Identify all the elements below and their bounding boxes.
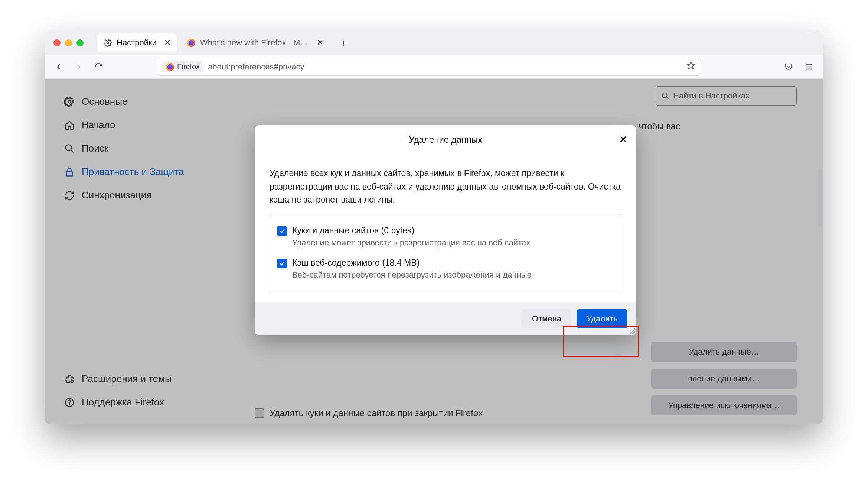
dialog-header: Удаление данных ✕ <box>255 125 636 154</box>
dialog-body-text: Удаление всех кук и данных сайтов, храни… <box>255 154 636 214</box>
url-text: about:preferences#privacy <box>208 62 304 72</box>
tab-label: What's new with Firefox - More priva <box>200 38 309 48</box>
close-icon[interactable]: ✕ <box>617 133 629 145</box>
content-area: Основные Начало Поиск Приватность и Защи… <box>45 79 823 424</box>
identity-badge[interactable]: Firefox <box>162 61 203 72</box>
checkbox-checked-icon[interactable] <box>277 259 287 268</box>
svg-point-0 <box>107 42 109 44</box>
save-to-pocket-icon[interactable] <box>782 60 795 74</box>
cache-checkbox-row[interactable]: Кэш веб-содержимого (18.4 MB) Веб-сайтам… <box>277 254 614 287</box>
scrollbar-thumb[interactable] <box>818 168 822 227</box>
option-subtitle: Удаление может привести к разрегистрации… <box>292 238 530 247</box>
dialog-title: Удаление данных <box>409 135 482 145</box>
cancel-button[interactable]: Отмена <box>522 309 571 328</box>
back-button[interactable] <box>52 60 65 74</box>
new-tab-button[interactable]: ＋ <box>333 36 354 50</box>
firefox-icon <box>187 38 196 47</box>
gear-icon <box>103 38 112 47</box>
close-window-button[interactable] <box>53 39 61 46</box>
reload-button[interactable] <box>92 60 105 74</box>
cookies-checkbox-row[interactable]: Куки и данные сайтов (0 bytes) Удаление … <box>277 222 614 254</box>
dialog-options: Куки и данные сайтов (0 bytes) Удаление … <box>270 214 621 294</box>
firefox-icon <box>166 63 174 71</box>
option-title: Куки и данные сайтов (0 bytes) <box>292 226 530 236</box>
identity-label: Firefox <box>177 62 200 71</box>
bookmark-star-icon[interactable] <box>686 61 695 72</box>
option-title: Кэш веб-содержимого (18.4 MB) <box>292 258 532 268</box>
tab-whatsnew[interactable]: What's new with Firefox - More priva ✕ <box>181 33 329 52</box>
clear-data-dialog: Удаление данных ✕ Удаление всех кук и да… <box>255 125 636 335</box>
dialog-footer: Отмена Удалить <box>255 302 636 335</box>
tab-label: Настройки <box>117 38 157 48</box>
tab-strip: Настройки ✕ What's new with Firefox - Mo… <box>45 30 823 55</box>
navigation-toolbar: Firefox about:preferences#privacy <box>45 55 823 79</box>
resize-grip-icon[interactable] <box>628 327 635 334</box>
window-controls <box>53 39 84 46</box>
close-tab-icon[interactable]: ✕ <box>164 38 171 48</box>
minimize-window-button[interactable] <box>65 39 72 46</box>
app-menu-icon[interactable] <box>802 60 815 74</box>
maximize-window-button[interactable] <box>76 39 84 46</box>
tab-settings[interactable]: Настройки ✕ <box>97 33 177 52</box>
close-tab-icon[interactable]: ✕ <box>317 38 323 48</box>
checkbox-checked-icon[interactable] <box>277 226 287 236</box>
confirm-delete-button[interactable]: Удалить <box>577 309 627 328</box>
option-subtitle: Веб-сайтам потребуется перезагрузить изо… <box>292 270 532 280</box>
browser-window: Настройки ✕ What's new with Firefox - Mo… <box>45 30 823 424</box>
address-bar[interactable]: Firefox about:preferences#privacy <box>157 58 701 76</box>
forward-button[interactable] <box>72 60 85 74</box>
